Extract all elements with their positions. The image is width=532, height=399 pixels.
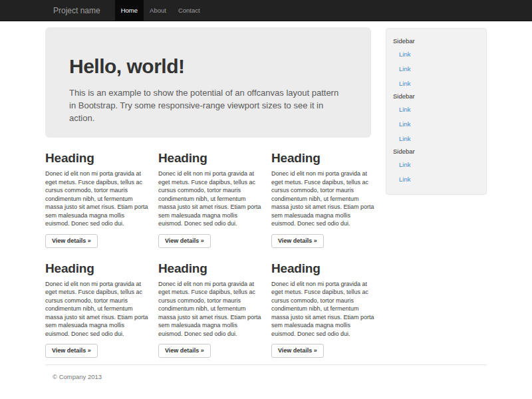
content-card-2: Heading Donec id elit non mi porta gravi…	[158, 138, 263, 248]
sidebar-group-1: Sidebar Link Link Link	[386, 35, 486, 90]
sidebar-group-3: Sidebar Link Link	[386, 146, 486, 186]
card-heading: Heading	[158, 151, 263, 166]
sidebar-link[interactable]: Link	[386, 102, 486, 116]
card-body-text: Donec id elit non mi porta gravida at eg…	[158, 280, 263, 338]
card-heading: Heading	[45, 151, 150, 166]
card-body-text: Donec id elit non mi porta gravida at eg…	[158, 170, 263, 228]
sidebar-link[interactable]: Link	[386, 61, 486, 76]
sidebar-group-title: Sidebar	[386, 90, 486, 102]
content-card-5: Heading Donec id elit non mi porta gravi…	[158, 248, 263, 358]
footer-copyright: © Company 2013	[53, 373, 487, 380]
card-heading: Heading	[158, 261, 263, 276]
top-navbar: Project name Home About Contact	[0, 0, 532, 21]
card-body-text: Donec id elit non mi porta gravida at eg…	[45, 280, 150, 338]
card-heading: Heading	[271, 261, 376, 276]
cards-grid: Heading Donec id elit non mi porta gravi…	[45, 138, 376, 358]
sidebar-link[interactable]: Link	[386, 47, 486, 61]
sidebar-link[interactable]: Link	[386, 116, 486, 131]
view-details-button[interactable]: View details »	[271, 344, 324, 358]
sidebar-link[interactable]: Link	[386, 172, 486, 186]
jumbotron-description: This is an example to show the potential…	[69, 86, 347, 124]
card-body-text: Donec id elit non mi porta gravida at eg…	[271, 170, 376, 228]
footer-divider	[45, 364, 487, 365]
content-card-1: Heading Donec id elit non mi porta gravi…	[45, 138, 150, 248]
view-details-button[interactable]: View details »	[158, 344, 211, 358]
jumbotron: Hello, world! This is an example to show…	[45, 27, 371, 138]
navbar-menu: Home About Contact	[115, 0, 206, 21]
sidebar-group-title: Sidebar	[386, 146, 486, 157]
nav-item-contact[interactable]: Contact	[172, 0, 206, 21]
card-body-text: Donec id elit non mi porta gravida at eg…	[45, 170, 150, 228]
view-details-button[interactable]: View details »	[45, 344, 98, 358]
sidebar: Sidebar Link Link Link Sidebar Link Link…	[386, 28, 487, 195]
card-heading: Heading	[271, 151, 376, 166]
page-title: Hello, world!	[69, 55, 347, 78]
nav-item-home[interactable]: Home	[115, 0, 144, 21]
sidebar-group-title: Sidebar	[386, 35, 486, 47]
card-heading: Heading	[45, 261, 150, 276]
sidebar-link[interactable]: Link	[386, 131, 486, 146]
view-details-button[interactable]: View details »	[271, 234, 324, 248]
view-details-button[interactable]: View details »	[45, 234, 98, 248]
main-content: Hello, world! This is an example to show…	[45, 21, 376, 358]
content-card-4: Heading Donec id elit non mi porta gravi…	[45, 248, 150, 358]
sidebar-group-2: Sidebar Link Link Link	[386, 90, 486, 146]
card-body-text: Donec id elit non mi porta gravida at eg…	[271, 280, 376, 338]
brand-link[interactable]: Project name	[45, 0, 108, 21]
content-card-6: Heading Donec id elit non mi porta gravi…	[271, 248, 376, 358]
content-card-3: Heading Donec id elit non mi porta gravi…	[271, 138, 376, 248]
navbar-container: Project name Home About Contact	[45, 0, 487, 21]
nav-item-about[interactable]: About	[144, 0, 172, 21]
sidebar-link[interactable]: Link	[386, 157, 486, 172]
sidebar-link[interactable]: Link	[386, 76, 486, 90]
view-details-button[interactable]: View details »	[158, 234, 211, 248]
page-container: Hello, world! This is an example to show…	[45, 21, 487, 380]
